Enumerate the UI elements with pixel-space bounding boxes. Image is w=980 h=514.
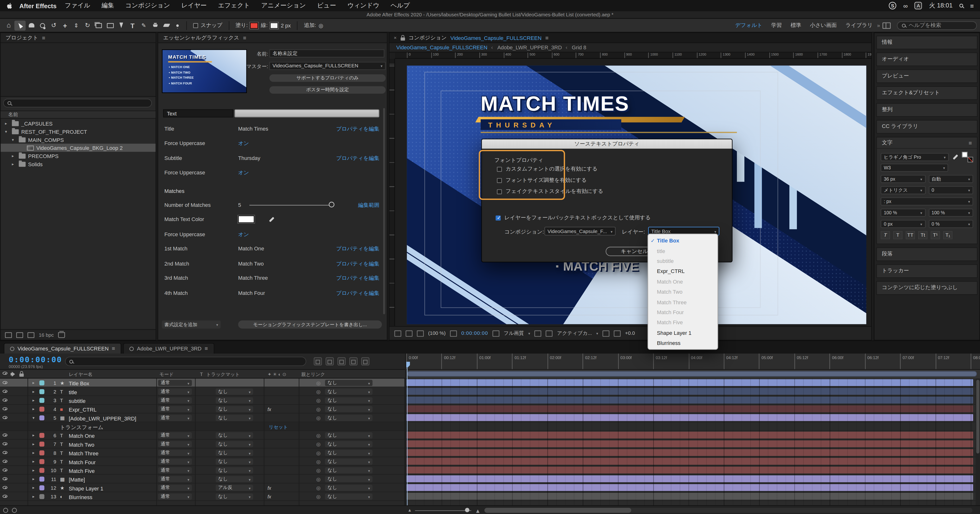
panel-menu-icon[interactable]: ≡ (969, 140, 972, 146)
layer-lane[interactable] (406, 431, 976, 440)
tool-button[interactable] (37, 20, 48, 30)
project-search-field[interactable] (3, 98, 152, 107)
layer-eye-toggle[interactable] (2, 451, 8, 454)
zoom-in-mountain-icon[interactable]: ▲ (475, 508, 480, 514)
tracking-dropdown[interactable]: 0▾ (929, 186, 973, 194)
blend-mode-dropdown[interactable]: 通常▾ (158, 415, 192, 421)
mode-column[interactable]: モード (159, 371, 173, 378)
comp-breadcrumb-item[interactable]: Adobe_LWR_UPPER_3RD (489, 44, 564, 51)
panel-section-header[interactable]: コンテンツに応じた塗りつぶし (876, 281, 978, 295)
spotlight-search-icon[interactable] (959, 4, 963, 8)
layer-duration-bar[interactable] (406, 432, 973, 439)
toggle-icon[interactable] (3, 508, 8, 513)
layer-eye-toggle[interactable] (2, 495, 8, 498)
layer-lane[interactable] (406, 396, 976, 405)
layer-lane[interactable] (406, 449, 976, 457)
zoom-level-dropdown[interactable]: (100 %) (428, 330, 446, 336)
track-matte-dropdown[interactable]: アル反▾ (216, 485, 253, 491)
project-tree-item[interactable]: VideoGames_Capsule_BKG_Loop 2 (1, 144, 156, 152)
workspace-tab[interactable]: ライブラリ (841, 22, 877, 29)
layer-label-chip[interactable] (40, 442, 45, 447)
project-tree-item[interactable]: ▸ Solids (1, 160, 156, 168)
edit-properties-link[interactable]: プロパティを編集 (336, 290, 380, 297)
track-matte-dropdown[interactable]: なし▾ (216, 450, 253, 456)
layer-twirl-icon[interactable]: ▸ (32, 381, 34, 386)
tool-button[interactable] (14, 20, 26, 30)
layer-label-chip[interactable] (40, 433, 45, 438)
parent-dropdown[interactable]: なし▾ (325, 441, 372, 447)
dropdown-menu-item[interactable]: Match One (648, 276, 718, 287)
layer-eye-toggle[interactable] (2, 468, 8, 472)
pickwhip-icon[interactable] (316, 476, 321, 482)
project-bpc[interactable]: 16 bpc (39, 332, 54, 338)
layer-switch-fx[interactable]: fx (267, 494, 271, 500)
layer-lane[interactable] (406, 466, 976, 474)
pickwhip-icon[interactable] (316, 458, 321, 464)
dropdown-menu-item[interactable]: Blurriness (648, 338, 718, 348)
blend-mode-dropdown[interactable]: 通常▾ (158, 432, 192, 438)
stroke-width-value[interactable]: 2 px (281, 22, 291, 29)
faux-style-button[interactable]: T (881, 231, 890, 239)
layer-duration-bar[interactable] (406, 493, 973, 500)
range-slider-knob[interactable] (329, 201, 334, 207)
layer-twirl-icon[interactable]: ▸ (32, 485, 34, 490)
layer-row[interactable]: ▸ 7 T Match Two 通常▾ なし▾ なし▾ (0, 440, 405, 448)
panel-section-header[interactable]: 情報 (876, 36, 978, 49)
track-matte-dropdown[interactable]: なし▾ (216, 397, 253, 404)
layer-duration-bar[interactable] (406, 388, 973, 395)
faux-style-button[interactable]: T¹ (931, 231, 940, 239)
layer-eye-toggle[interactable] (2, 390, 8, 393)
track-matte-column[interactable]: トラックマット (206, 371, 240, 378)
tool-button[interactable] (25, 20, 37, 30)
blend-mode-dropdown[interactable]: 通常▾ (158, 467, 192, 474)
layer-lane[interactable] (406, 484, 976, 492)
property-value[interactable]: オン (238, 169, 249, 177)
layer-duration-bar[interactable] (406, 405, 973, 412)
layer-lane[interactable] (406, 414, 976, 422)
property-value[interactable]: Match One (238, 246, 264, 252)
menu-item[interactable]: アニメーション (261, 1, 305, 10)
tool-button[interactable] (105, 20, 116, 30)
blend-mode-dropdown[interactable]: 通常▾ (158, 380, 192, 386)
grid-options-icon[interactable] (406, 330, 412, 336)
layer-name[interactable]: Match One (69, 433, 95, 439)
dropdown-menu-item[interactable]: subtitle (648, 256, 718, 266)
layer-label-chip[interactable] (40, 450, 45, 455)
layer-lane[interactable] (406, 440, 976, 448)
checkbox-checked[interactable] (496, 216, 501, 221)
tool-button[interactable] (93, 20, 105, 30)
tsume-dropdown[interactable]: 0 %▾ (929, 220, 973, 228)
track-matte-dropdown[interactable]: なし▾ (216, 441, 253, 447)
mask-visibility-icon[interactable] (417, 330, 424, 336)
layer-eye-toggle[interactable] (2, 460, 8, 463)
layer-label-chip[interactable] (40, 459, 45, 464)
project-tree-item[interactable]: ▾ REST_OF_THE_PROJECT (1, 127, 156, 136)
range-slider-track[interactable] (249, 205, 329, 206)
font-family-dropdown[interactable]: ヒラギノ角ゴ Pro▾ (881, 153, 949, 161)
pickwhip-icon[interactable] (316, 433, 321, 438)
faux-style-button[interactable]: Tt (918, 231, 928, 239)
pickwhip-icon[interactable] (316, 415, 321, 421)
tool-button[interactable] (116, 20, 127, 30)
eg-tab-label[interactable]: エッセンシャルグラフィックス (163, 34, 239, 41)
font-style-dropdown[interactable]: W3▾ (881, 163, 948, 172)
frame-blend-toggle[interactable] (337, 357, 345, 365)
layer-eye-toggle[interactable] (2, 381, 8, 384)
graph-editor-button[interactable] (361, 357, 369, 365)
layer-duration-bar[interactable] (406, 379, 973, 386)
property-value[interactable]: Thursday (238, 155, 260, 161)
slider-value[interactable]: 5 (238, 201, 241, 208)
layer-name[interactable]: Match Five (69, 468, 95, 474)
panel-section-header[interactable]: オーディオ (876, 52, 978, 66)
layer-row[interactable]: ▸ 4 ■ Expr_CTRL 通常▾ なし▾ fx なし▾ (0, 405, 405, 414)
add-target-icon[interactable]: ◎ (319, 22, 323, 29)
layer-lane[interactable] (406, 457, 976, 466)
blend-mode-dropdown[interactable]: 通常▾ (158, 389, 192, 395)
motion-blur-toggle[interactable] (350, 357, 358, 365)
viewer-tab-prefix[interactable]: コンポジション (409, 34, 447, 41)
timeline-zoom-knob[interactable] (465, 508, 469, 512)
track-matte-dropdown[interactable]: なし▾ (216, 476, 253, 482)
menu-item[interactable]: エフェクト (218, 1, 250, 10)
track-matte-dropdown[interactable]: なし▾ (216, 415, 253, 421)
layer-twirl-icon[interactable]: ▸ (32, 494, 34, 499)
